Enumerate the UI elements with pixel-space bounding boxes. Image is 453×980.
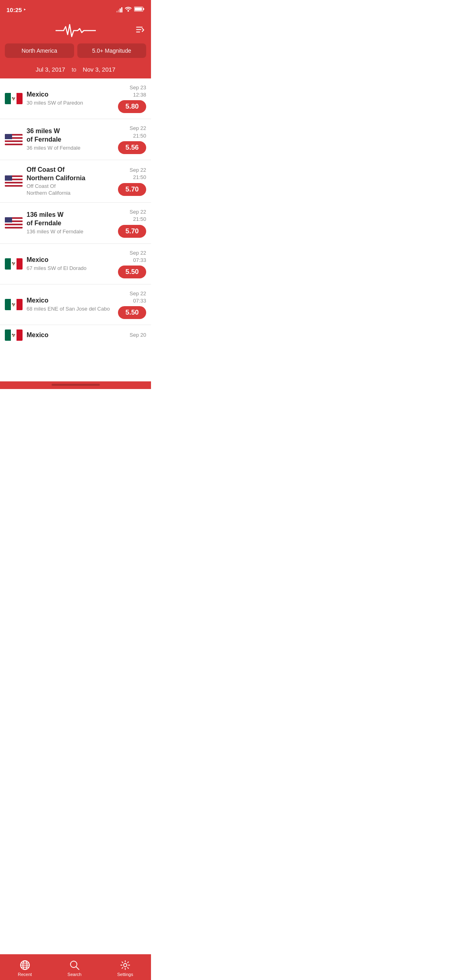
svg-point-0 (128, 10, 129, 12)
item-country: 36 miles Wof Ferndale (27, 127, 114, 144)
flag-mexico: 🦅 (5, 329, 23, 341)
flag-mexico: 🦅 (5, 299, 23, 310)
magnitude-filter[interactable]: 5.0+ Magnitude (77, 43, 147, 58)
earthquake-list: 🦅 Mexico 30 miles SW of Paredon Sep 2312… (0, 78, 151, 381)
wifi-icon (125, 6, 132, 13)
item-date: Sep 2207:33 (130, 249, 146, 264)
flag-usa (5, 217, 23, 229)
item-country: Mexico (27, 91, 114, 99)
item-country: Mexico (27, 331, 126, 340)
location-icon: ‣ (23, 7, 26, 12)
list-item[interactable]: 🦅 Mexico 68 miles ENE of San Jose del Ca… (0, 284, 151, 325)
item-location: Off Coast OfNorthern California (27, 183, 114, 197)
item-right: Sep 2221:50 5.70 (118, 167, 146, 196)
date-separator: to (72, 66, 77, 73)
flag-usa (5, 134, 23, 145)
item-country: Off Coast OfNorthern California (27, 166, 114, 183)
svg-rect-3 (135, 8, 142, 11)
signal-icon (116, 7, 122, 12)
list-item[interactable]: 🦅 Mexico 67 miles SW of El Dorado Sep 22… (0, 244, 151, 284)
time-label: 10:25 (6, 6, 22, 13)
date-to[interactable]: Nov 3, 2017 (83, 66, 116, 73)
home-indicator (0, 381, 151, 389)
battery-icon (134, 6, 145, 13)
item-location: 30 miles SW of Paredon (27, 100, 114, 107)
magnitude-badge: 5.80 (118, 100, 146, 113)
item-right: Sep 2221:50 5.70 (118, 208, 146, 237)
item-date: Sep 2221:50 (130, 167, 146, 181)
item-right: Sep 2221:50 5.56 (118, 125, 146, 154)
header (0, 18, 151, 43)
item-date: Sep 2221:50 (130, 125, 146, 139)
status-icons (116, 6, 145, 13)
status-bar: 10:25 ‣ (0, 0, 151, 18)
date-range-bar: Jul 3, 2017 to Nov 3, 2017 (0, 63, 151, 78)
magnitude-badge: 5.56 (118, 141, 146, 154)
item-info: Mexico 67 miles SW of El Dorado (27, 256, 114, 272)
magnitude-badge: 5.70 (118, 225, 146, 238)
item-info: 36 miles Wof Ferndale 36 miles W of Fern… (27, 127, 114, 151)
list-item[interactable]: 136 miles Wof Ferndale 136 miles W of Fe… (0, 203, 151, 243)
list-item[interactable]: Off Coast OfNorthern California Off Coas… (0, 160, 151, 203)
item-info: Mexico 68 miles ENE of San Jose del Cabo (27, 296, 114, 313)
item-location: 67 miles SW of El Dorado (27, 265, 114, 272)
item-country: Mexico (27, 296, 114, 305)
region-filter[interactable]: North America (5, 43, 74, 58)
item-right: Sep 20 (130, 331, 146, 339)
status-time: 10:25 ‣ (6, 6, 26, 13)
magnitude-badge: 5.50 (118, 266, 146, 278)
date-from[interactable]: Jul 3, 2017 (36, 66, 65, 73)
item-date: Sep 2221:50 (130, 208, 146, 223)
item-date: Sep 2312:38 (130, 84, 146, 99)
item-right: Sep 2207:33 5.50 (118, 249, 146, 278)
magnitude-badge: 5.70 (118, 183, 146, 196)
item-right: Sep 2312:38 5.80 (118, 84, 146, 113)
sort-button[interactable] (136, 25, 145, 36)
item-country: Mexico (27, 256, 114, 264)
magnitude-badge: 5.50 (118, 306, 146, 319)
item-location: 136 miles W of Ferndale (27, 229, 114, 235)
list-item[interactable]: 36 miles Wof Ferndale 36 miles W of Fern… (0, 119, 151, 160)
home-bar (52, 384, 100, 386)
item-country: 136 miles Wof Ferndale (27, 211, 114, 228)
item-info: Off Coast OfNorthern California Off Coas… (27, 166, 114, 197)
item-date: Sep 2207:33 (130, 290, 146, 305)
flag-mexico: 🦅 (5, 93, 23, 104)
item-location: 68 miles ENE of San Jose del Cabo (27, 306, 114, 313)
item-info: Mexico (27, 331, 126, 340)
svg-rect-2 (143, 8, 145, 10)
item-info: Mexico 30 miles SW of Paredon (27, 91, 114, 107)
item-location: 36 miles W of Ferndale (27, 145, 114, 152)
item-info: 136 miles Wof Ferndale 136 miles W of Fe… (27, 211, 114, 235)
item-date: Sep 20 (130, 331, 146, 339)
app-logo (56, 23, 96, 39)
list-item[interactable]: 🦅 Mexico 30 miles SW of Paredon Sep 2312… (0, 78, 151, 119)
item-right: Sep 2207:33 5.50 (118, 290, 146, 319)
flag-usa (5, 175, 23, 187)
flag-mexico: 🦅 (5, 258, 23, 270)
filter-bar: North America 5.0+ Magnitude (0, 43, 151, 63)
list-item[interactable]: 🦅 Mexico Sep 20 (0, 325, 151, 345)
